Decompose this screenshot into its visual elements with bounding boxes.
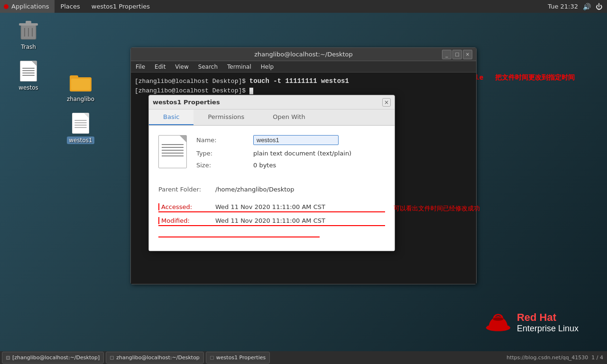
terminal-menu-terminal[interactable]: Terminal [222,61,256,73]
desktop-icon-trash[interactable]: Trash [9,19,47,50]
accessed-label: Accessed: [158,203,215,210]
type-value: plain text document (text/plain) [253,150,351,157]
taskbar-label-2: zhanglibo@localhost:~/Desktop [116,355,200,361]
svg-rect-2 [26,21,31,24]
file-icon-line [162,153,184,154]
taskbar: [zhanglibo@localhost:~/Desktop] zhanglib… [0,351,607,364]
taskbar-item-terminal2[interactable]: zhanglibo@localhost:~/Desktop [106,352,204,364]
dialog-tabs: Basic Permissions Open With [149,109,395,126]
menubar-window-title: westos1 Properties [86,0,156,13]
menubar-left: Applications Places westos1 Properties [0,0,156,13]
redhat-hat-icon [485,309,511,336]
modified-value: Wed 11 Nov 2020 11:11:00 AM CST [215,217,325,224]
zhanglibo-folder-icon [69,71,92,94]
file-preview-area: Name: Type: plain text document (text/pl… [158,135,385,173]
menubar: Applications Places westos1 Properties T… [0,0,607,13]
westos-file-icon [17,60,40,82]
file-icon-line [162,147,184,148]
dialog-fields: Name: Type: plain text document (text/pl… [196,135,385,173]
properties-dialog: westos1 Properties × Basic Permissions O… [148,95,395,251]
trash-label: Trash [21,44,36,50]
taskbar-item-properties[interactable]: westos1 Properties [206,352,270,364]
westos1-file-icon [69,112,92,135]
taskbar-dot-icon [110,356,114,360]
name-label: Name: [196,136,253,144]
spacer2 [158,198,385,203]
power-icon[interactable]: ⏻ [596,3,602,10]
terminal-menu-file[interactable]: File [131,61,150,73]
taskbar-label-1: [zhanglibo@localhost:~/Desktop] [12,355,100,361]
size-value: 0 bytes [253,162,276,169]
taskbar-dot-icon [210,356,214,360]
terminal-title: zhanglibo@localhost:~/Desktop [254,51,353,58]
zhanglibo-label: zhanglibo [67,96,94,102]
desktop-icons: Trash westos [9,19,47,91]
terminal-line-2: [zhanglibo@localhost Desktop]$ [135,86,472,96]
desktop-icon-zhanglibo[interactable]: zhanglibo [62,71,100,102]
terminal-minimize-button[interactable]: _ [442,50,451,59]
desktop: Applications Places westos1 Properties T… [0,0,607,364]
tab-open-with[interactable]: Open With [258,109,319,125]
terminal-menu-help[interactable]: Help [256,61,278,73]
taskbar-dot-icon [6,356,10,360]
cursor [249,88,253,94]
terminal-maximize-button[interactable]: □ [452,50,462,59]
parent-label: Parent Folder: [158,186,215,193]
tab-permissions[interactable]: Permissions [193,109,258,125]
dialog-close-button[interactable]: × [382,98,391,107]
menubar-places[interactable]: Places [55,0,85,13]
dialog-title: westos1 Properties [153,99,220,106]
file-icon-line [162,144,184,145]
size-field-row: Size: 0 bytes [196,162,385,169]
name-field-row: Name: [196,135,385,145]
svg-rect-8 [71,79,90,90]
accessed-field-row: Accessed: Wed 11 Nov 2020 11:11:00 AM CS… [158,203,385,212]
tab-basic[interactable]: Basic [149,109,193,125]
clock: Tue 21:32 [548,3,578,10]
file-icon-line [162,155,184,156]
modified-label: Modified: [158,217,215,224]
dialog-annotation: 可以看出文件时间已经修改成功 [394,204,480,213]
spacer [158,181,385,186]
westos1-label: westos1 [67,136,94,144]
dialog-titlebar: westos1 Properties × [149,95,395,109]
taskbar-right: https://blog.csdn.net/qq_41530 1 / 4 [506,355,607,361]
file-icon-large [158,135,187,168]
terminal-menu-view[interactable]: View [170,61,193,73]
desktop-icon-westos1[interactable]: westos1 [62,112,100,144]
name-input[interactable] [253,135,339,145]
dialog-content: Name: Type: plain text document (text/pl… [149,126,395,251]
parent-field-row: Parent Folder: /home/zhanglibo/Desktop [158,186,385,193]
terminal-menu-search[interactable]: Search [193,61,222,73]
accessed-value: Wed 11 Nov 2020 11:11:00 AM CST [215,203,325,210]
westos-label: westos [18,84,38,91]
modified-row-container: Modified: Wed 11 Nov 2020 11:11:00 AM CS… [158,217,385,226]
parent-value: /home/zhanglibo/Desktop [215,186,294,193]
redhat-dot-icon [4,4,9,9]
file-icon-lines [162,144,184,158]
terminal-menu-edit[interactable]: Edit [150,61,170,73]
type-field-row: Type: plain text document (text/plain) [196,150,385,157]
terminal-controls: _ □ × [442,50,472,59]
size-label: Size: [196,162,253,169]
modified-field-row: Modified: Wed 11 Nov 2020 11:11:00 AM CS… [158,217,385,226]
file-icon-line [162,150,184,151]
desktop-icon-westos[interactable]: westos [9,60,47,91]
accessed-row-container: Accessed: Wed 11 Nov 2020 11:11:00 AM CS… [158,203,385,212]
terminal-close-button[interactable]: × [463,50,472,59]
volume-icon[interactable]: 🔊 [583,3,591,10]
terminal-menubar: File Edit View Search Terminal Help [131,61,476,73]
taskbar-item-terminal1[interactable]: [zhanglibo@localhost:~/Desktop] [2,352,104,364]
svg-point-10 [493,318,503,321]
svg-rect-7 [70,75,78,79]
menubar-applications[interactable]: Applications [0,0,55,13]
taskbar-label-3: westos1 Properties [216,355,266,361]
terminal-titlebar: zhanglibo@localhost:~/Desktop _ □ × [131,48,476,61]
menubar-right: Tue 21:32 🔊 ⏻ [548,3,607,10]
red-bottom-line [158,237,320,237]
terminal-line-1: [zhanglibo@localhost Desktop]$ touch -t … [135,76,472,86]
type-label: Type: [196,150,253,157]
redhat-text: Red Hat Enterprise Linux [517,311,579,334]
redhat-logo: Red Hat Enterprise Linux [485,309,579,336]
taskbar-url: https://blog.csdn.net/qq_41530 1 / 4 [506,355,603,361]
